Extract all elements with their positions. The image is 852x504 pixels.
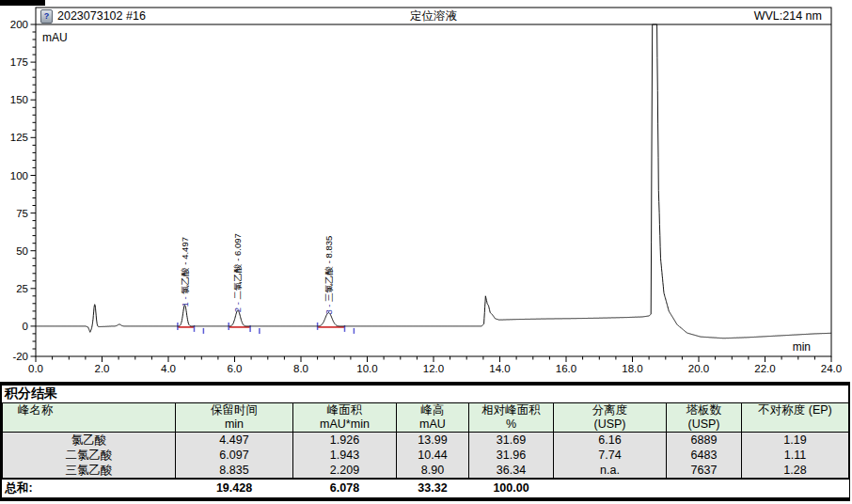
result-cell: 8.835 bbox=[176, 463, 293, 479]
result-cell: 1.943 bbox=[293, 448, 397, 463]
result-cell: 1.19 bbox=[742, 433, 849, 449]
sample-title: 定位溶液 bbox=[37, 8, 830, 24]
y-tick-label: 175 bbox=[10, 56, 28, 68]
x-tick-label: 22.0 bbox=[754, 363, 775, 374]
column-header: 保留时间min bbox=[176, 403, 293, 433]
column-header: 分离度(USP) bbox=[554, 403, 667, 433]
result-cell: 31.69 bbox=[469, 433, 554, 449]
column-header: 相对峰面积% bbox=[469, 403, 554, 433]
result-cell: 7.74 bbox=[554, 448, 667, 463]
y-tick-label: 25 bbox=[16, 283, 28, 294]
result-cell: 2.209 bbox=[293, 463, 397, 479]
chromatogram-trace bbox=[36, 24, 831, 339]
total-cell: 19.428 bbox=[176, 479, 293, 497]
result-cell: 6.097 bbox=[176, 448, 293, 463]
x-tick-label: 2.0 bbox=[95, 363, 110, 374]
table-row: 二氯乙酸6.0971.94310.4431.967.7464831.11 bbox=[3, 448, 849, 463]
result-cell: 7637 bbox=[667, 463, 742, 479]
total-cell bbox=[667, 479, 742, 497]
detector-wavelength: WVL:214 nm bbox=[754, 8, 830, 24]
result-cell: 31.96 bbox=[469, 448, 554, 463]
peak-label: 2 - 二氯乙酸 - 6.097 bbox=[232, 233, 243, 312]
result-cell: 6.16 bbox=[554, 433, 667, 449]
peak-name-cell: 二氯乙酸 bbox=[3, 448, 176, 463]
result-cell: 1.28 bbox=[742, 463, 849, 479]
column-header: 峰面积mAU*min bbox=[293, 403, 397, 433]
column-header: 峰高mAU bbox=[397, 403, 469, 433]
x-tick-label: 12.0 bbox=[423, 363, 444, 374]
x-axis-unit: min bbox=[793, 340, 811, 354]
total-cell bbox=[742, 479, 849, 497]
x-tick-label: 14.0 bbox=[489, 363, 510, 374]
totals-row: 总和:19.4286.07833.32100.00 bbox=[3, 479, 849, 497]
result-cell: 6483 bbox=[667, 448, 742, 463]
y-tick-label: -20 bbox=[12, 351, 28, 362]
result-cell: 6889 bbox=[667, 433, 742, 449]
column-header: 塔板数(USP) bbox=[667, 403, 742, 433]
x-tick-label: 4.0 bbox=[161, 363, 176, 374]
x-tick-label: 16.0 bbox=[556, 363, 576, 374]
result-cell: 36.34 bbox=[469, 463, 554, 479]
peak-name-cell: 三氯乙酸 bbox=[3, 463, 176, 479]
integration-results-section: 积分结果 峰名称保留时间min峰面积mAU*min峰高mAU相对峰面积%分离度(… bbox=[0, 382, 850, 501]
peak-label: 1 - 氯乙酸 - 4.497 bbox=[180, 237, 190, 307]
x-tick-label: 8.0 bbox=[293, 363, 308, 374]
column-header: 不对称度 (EP) bbox=[742, 403, 849, 433]
x-tick-label: 18.0 bbox=[622, 363, 642, 374]
y-tick-label: 200 bbox=[10, 19, 28, 30]
sample-id: 2023073102 #16 bbox=[57, 8, 146, 24]
result-cell: n.a. bbox=[554, 463, 667, 479]
y-tick-label: 75 bbox=[16, 208, 28, 219]
plot-frame bbox=[36, 8, 831, 356]
y-tick-label: 100 bbox=[10, 170, 28, 181]
result-cell: 13.99 bbox=[397, 433, 469, 449]
x-tick-label: 24.0 bbox=[821, 363, 842, 374]
y-tick-label: 0 bbox=[23, 321, 28, 332]
chromatogram-header: ? 2023073102 #16 定位溶液 WVL:214 nm bbox=[37, 8, 830, 24]
peak-label: 3 - 三氯乙酸 - 8.835 bbox=[323, 236, 334, 315]
x-tick-label: 10.0 bbox=[356, 363, 377, 374]
x-tick-label: 6.0 bbox=[228, 363, 243, 374]
result-cell: 1.11 bbox=[742, 448, 849, 463]
y-tick-label: 125 bbox=[10, 132, 28, 143]
result-cell: 10.44 bbox=[397, 448, 469, 463]
result-cell: 8.90 bbox=[397, 463, 469, 479]
total-cell: 33.32 bbox=[397, 479, 469, 497]
result-cell: 1.926 bbox=[293, 433, 397, 449]
total-cell: 100.00 bbox=[469, 479, 554, 497]
integration-results-table: 峰名称保留时间min峰面积mAU*min峰高mAU相对峰面积%分离度(USP)塔… bbox=[2, 402, 849, 497]
total-cell: 6.078 bbox=[293, 479, 397, 497]
x-tick-label: 20.0 bbox=[688, 363, 709, 374]
y-tick-label: 50 bbox=[16, 245, 28, 257]
chromatogram-plot[interactable]: -2002550751001251501752000.02.04.06.08.0… bbox=[0, 0, 852, 380]
totals-label: 总和: bbox=[3, 479, 176, 497]
y-axis-unit: mAU bbox=[42, 31, 68, 44]
column-header: 峰名称 bbox=[3, 403, 176, 433]
peak-name-cell: 氯乙酸 bbox=[3, 433, 176, 449]
injection-icon: ? bbox=[40, 9, 53, 24]
table-row: 三氯乙酸8.8352.2098.9036.34n.a.76371.28 bbox=[3, 463, 849, 479]
table-row: 氯乙酸4.4971.92613.9931.696.1668891.19 bbox=[3, 433, 849, 449]
total-cell bbox=[554, 479, 667, 497]
results-title: 积分结果 bbox=[2, 386, 848, 402]
x-tick-label: 0.0 bbox=[28, 363, 43, 374]
y-tick-label: 150 bbox=[10, 94, 28, 105]
result-cell: 4.497 bbox=[176, 433, 293, 449]
